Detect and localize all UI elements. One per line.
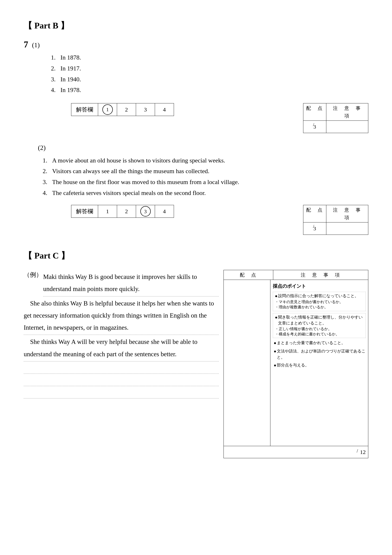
answer-table-container-2: 解答欄 1 2 3 4 xyxy=(24,205,298,218)
sub1-options: 1. In 1878. 2. In 1917. 3. In 1940. 4. I… xyxy=(51,53,368,95)
part-c-score-number: / 12 xyxy=(357,448,366,457)
answer-cell-2[interactable]: 2 xyxy=(117,103,136,116)
score-body: 3 xyxy=(303,121,368,133)
scoring-point-3: ● まとまった分量で書かれていること。 xyxy=(273,340,366,346)
answer-table-container: 解答欄 1 2 3 4 xyxy=(24,103,298,116)
scoring-point-2: ● 聞き取った情報を正確に整理し、分かりやすい文章にまとめていること。 ・正しい… xyxy=(273,313,366,338)
score-value-2: 3 xyxy=(303,222,326,234)
scoring-title: 採点のポイント xyxy=(273,282,366,290)
option-num: 2. xyxy=(43,166,52,176)
question-number: 7 xyxy=(24,40,28,49)
answer-table-2: 解答欄 1 2 3 4 xyxy=(71,205,298,218)
scoring-sub-1-2: ・理由が複数書かれているか。 xyxy=(275,305,364,310)
option-2-1: 1. A movie about an old house is shown t… xyxy=(43,156,368,166)
score-table-2: 配 点 注 意 事 項 3 xyxy=(303,205,368,235)
answer-cell-2-3[interactable]: 3 xyxy=(136,205,155,218)
option-text: A movie about an old house is shown to v… xyxy=(52,156,225,166)
score-header: 配 点 注 意 事 項 xyxy=(303,103,368,121)
option-text: In 1940. xyxy=(60,74,81,84)
part-b-header: 【 Part B 】 xyxy=(24,19,368,33)
option-1-2: 2. In 1917. xyxy=(51,64,368,73)
option-num: 3. xyxy=(51,74,60,84)
option-num: 4. xyxy=(51,85,60,95)
answer-row-2: 解答欄 1 2 3 4 配 点 注 意 事 項 3 xyxy=(24,205,368,235)
score-header-2: 配 点 注 意 事 項 xyxy=(303,205,368,222)
question-7-block: 7 (1) 1. In 1878. 2. In 1917. 3. In 1940… xyxy=(24,40,368,235)
part-c-score-bottom: / 12 xyxy=(224,446,368,458)
chui-label: 注 意 事 項 xyxy=(326,103,368,120)
part-c-section: 【 Part C 】 （例） Maki thinks Way B is good… xyxy=(24,249,368,458)
writing-line-1: Maki thinks Way B is good because it imp… xyxy=(43,270,219,296)
scoring-main-3-text: まとまった分量で書かれていること。 xyxy=(277,340,345,346)
scoring-point-4: ● 文法や語法、および単語のつづりが正確であること。 xyxy=(273,348,366,360)
scoring-point-1: ● 設問の指示に合った解答になっていること。 ・マキの意見と理由が書かれているか… xyxy=(273,292,366,311)
sub2-label: (2) xyxy=(38,143,368,153)
answer-cell-4[interactable]: 4 xyxy=(155,103,174,116)
score-number-2: 3 xyxy=(314,224,316,233)
scoring-main-2: ● 聞き取った情報を正確に整理し、分かりやすい文章にまとめていること。 xyxy=(275,314,364,326)
answer-row-1: 解答欄 1 2 3 4 配 点 注 意 事 項 3 xyxy=(24,103,368,133)
sub-question-1: 7 (1) 1. In 1878. 2. In 1917. 3. In 1940… xyxy=(24,40,368,133)
scoring-sub-1-1: ・マキの意見と理由が書かれているか。 xyxy=(275,299,364,305)
chui-content-2 xyxy=(326,222,368,234)
answer-label: 解答欄 xyxy=(71,103,98,116)
answer-cell-2-1[interactable]: 1 xyxy=(98,205,117,218)
writing-line-3: She thinks Way A will be very helpful be… xyxy=(24,335,219,361)
option-text: The cafeteria serves visitors special me… xyxy=(52,188,206,198)
option-text: The house on the first floor was moved t… xyxy=(52,177,239,187)
answer-cell-1[interactable]: 1 xyxy=(98,103,117,116)
chui-content xyxy=(326,121,368,133)
option-2-4: 4. The cafeteria serves visitors special… xyxy=(43,188,368,198)
circle-3: 3 xyxy=(140,206,151,217)
answer-label-2: 解答欄 xyxy=(71,205,98,218)
scoring-sub-2-1: ・正しい情報が書かれているか。 xyxy=(275,326,364,332)
sub-question-2: (2) 1. A movie about an old house is sho… xyxy=(24,143,368,235)
option-1-1: 1. In 1878. xyxy=(51,53,368,63)
haiten-label-2: 配 点 xyxy=(303,205,326,222)
sub2-options: 1. A movie about an old house is shown t… xyxy=(43,156,368,198)
answer-cell-2-2[interactable]: 2 xyxy=(117,205,136,218)
option-num: 1. xyxy=(43,156,52,166)
chui-label-2: 注 意 事 項 xyxy=(326,205,368,222)
part-c-chui: 注 意 事 項 xyxy=(273,270,368,280)
scoring-main-5: ● 部分点を与える。 xyxy=(274,362,366,369)
part-c-score-value-area xyxy=(224,280,271,446)
part-c-content: （例） Maki thinks Way B is good because it… xyxy=(24,270,368,458)
scoring-sub-2-2: ・構成を考え的確に書かれているか。 xyxy=(275,332,364,337)
blank-line-3[interactable] xyxy=(24,386,219,398)
scoring-main-4: ● 文法や語法、および単語のつづりが正確であること。 xyxy=(274,348,366,360)
part-c-header: 【 Part C 】 xyxy=(24,249,368,263)
score-value: 3 xyxy=(303,121,326,133)
part-c-scoring-notes: 採点のポイント ● 設問の指示に合った解答になっていること。 ・マキの意見と理由… xyxy=(271,280,368,373)
haiten-label: 配 点 xyxy=(303,103,326,120)
score-table-1: 配 点 注 意 事 項 3 xyxy=(303,103,368,133)
answer-cell-2-4[interactable]: 4 xyxy=(155,205,174,218)
scoring-main-2-text: 聞き取った情報を正確に整理し、分かりやすい文章にまとめていること。 xyxy=(278,314,364,326)
score-number: 3 xyxy=(314,123,316,131)
circle-1: 1 xyxy=(102,104,113,115)
scoring-point-5: ● 部分点を与える。 xyxy=(273,362,366,369)
scoring-main-1-text: 設問の指示に合った解答になっていること。 xyxy=(278,293,359,299)
option-text: Visitors can always see all the things t… xyxy=(52,166,209,176)
part-c-haiten: 配 点 xyxy=(224,270,273,280)
writing-area: （例） Maki thinks Way B is good because it… xyxy=(24,270,219,398)
part-c-score-table: 配 点 注 意 事 項 採点のポイント ● 設問の指示に合った解答になっているこ… xyxy=(223,270,368,458)
option-text: In 1878. xyxy=(60,53,81,63)
part-c-score-body: 採点のポイント ● 設問の指示に合った解答になっていること。 ・マキの意見と理由… xyxy=(224,280,368,446)
blank-line-2[interactable] xyxy=(24,374,219,386)
scoring-main-3: ● まとまった分量で書かれていること。 xyxy=(274,340,366,346)
option-text: In 1978. xyxy=(60,85,81,95)
option-2-3: 3. The house on the first floor was move… xyxy=(43,177,368,187)
scoring-main-5-text: 部分点を与える。 xyxy=(277,362,309,368)
writing-line-2: She also thinks Way B is helpful because… xyxy=(24,296,219,335)
option-num: 4. xyxy=(43,188,52,198)
score-body-2: 3 xyxy=(303,222,368,234)
answer-cell-3[interactable]: 3 xyxy=(136,103,155,116)
option-text: In 1917. xyxy=(60,64,81,73)
part-c-score-header: 配 点 注 意 事 項 xyxy=(224,270,368,280)
blank-line-1[interactable] xyxy=(24,361,219,374)
answer-table-1: 解答欄 1 2 3 4 xyxy=(71,103,298,116)
option-1-4: 4. In 1978. xyxy=(51,85,368,95)
option-1-3: 3. In 1940. xyxy=(51,74,368,84)
option-num: 1. xyxy=(51,53,60,63)
